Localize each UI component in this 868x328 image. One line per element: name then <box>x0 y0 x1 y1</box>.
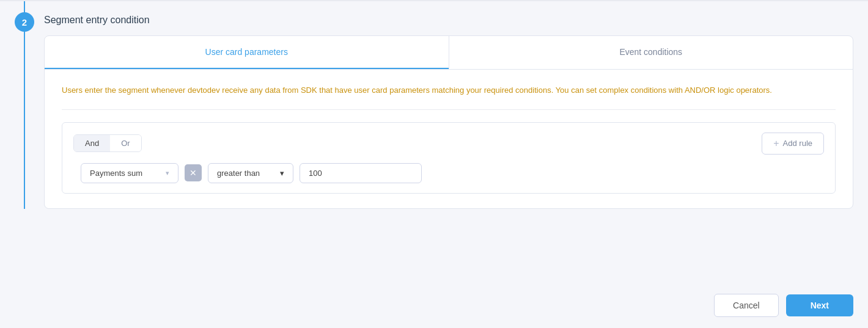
tab-event-conditions[interactable]: Event conditions <box>449 36 853 69</box>
main-card: User card parameters Event conditions Us… <box>44 35 853 209</box>
or-button[interactable]: Or <box>110 135 141 151</box>
step-circle: 2 <box>15 12 34 32</box>
card-body: Users enter the segment whenever devtode… <box>45 70 853 208</box>
value-input[interactable] <box>300 163 422 183</box>
remove-rule-button[interactable]: ✕ <box>185 164 202 181</box>
step-content: Segment entry condition User card parame… <box>44 12 853 209</box>
rule-row: Payments sum ▾ ✕ greater than ▾ <box>73 163 824 183</box>
field-value: Payments sum <box>90 169 142 178</box>
rule-builder: And Or + Add rule <box>62 122 836 194</box>
rule-header: And Or + Add rule <box>73 133 824 155</box>
operator-value: greater than <box>217 169 260 178</box>
step-row: 2 Segment entry condition User card para… <box>0 1 868 209</box>
page-wrapper: 2 Segment entry condition User card para… <box>0 0 868 328</box>
tab-user-card[interactable]: User card parameters <box>45 36 449 69</box>
and-or-group: And Or <box>73 134 142 152</box>
and-button[interactable]: And <box>74 135 110 151</box>
field-chevron-icon: ▾ <box>166 169 169 177</box>
plus-icon: + <box>773 138 779 149</box>
remove-icon: ✕ <box>189 168 197 178</box>
footer: Cancel Next <box>0 283 868 328</box>
tabs-row: User card parameters Event conditions <box>45 36 853 70</box>
add-rule-button[interactable]: + Add rule <box>762 133 824 155</box>
cancel-button[interactable]: Cancel <box>714 294 779 317</box>
step-title: Segment entry condition <box>44 12 853 26</box>
operator-selector[interactable]: greater than ▾ <box>208 163 293 183</box>
next-button[interactable]: Next <box>786 294 853 316</box>
field-selector[interactable]: Payments sum ▾ <box>81 163 178 183</box>
add-rule-label: Add rule <box>783 139 812 148</box>
info-text: Users enter the segment whenever devtode… <box>62 84 836 97</box>
section-divider <box>62 109 836 110</box>
step-vertical-line <box>24 1 25 209</box>
operator-chevron-icon: ▾ <box>280 169 284 178</box>
